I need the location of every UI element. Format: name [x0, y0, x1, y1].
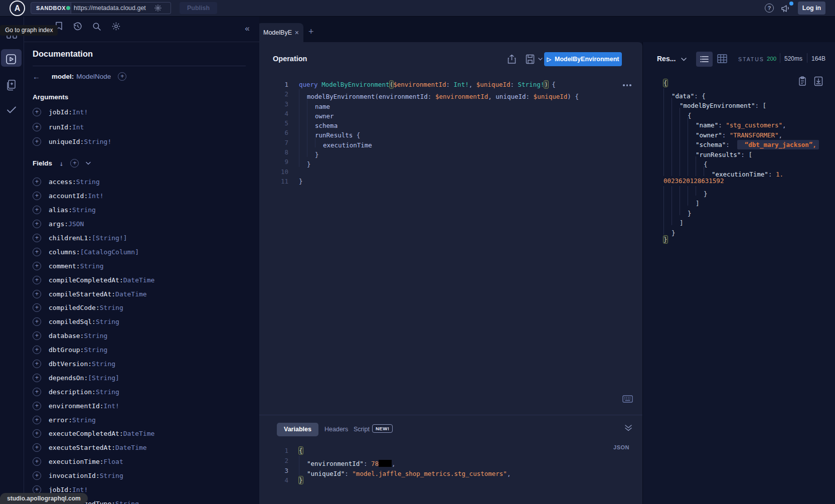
field-row[interactable]: +error: String [33, 413, 154, 427]
field-row[interactable]: +compiledCode: String [33, 301, 154, 315]
field-type[interactable]: String [84, 332, 107, 340]
login-button[interactable]: Log in [798, 2, 825, 15]
field-type[interactable]: String [115, 500, 139, 504]
field-type[interactable]: JSON [68, 220, 84, 228]
operation-code-editor[interactable]: 1query ModelByEnvironment($environmentId… [259, 80, 642, 186]
field-row[interactable]: +args: JSON [33, 217, 154, 231]
tab-variables[interactable]: Variables [277, 423, 318, 436]
add-field-icon[interactable]: + [33, 262, 41, 270]
add-field-icon[interactable]: + [33, 331, 41, 340]
add-field-icon[interactable]: + [33, 360, 41, 368]
add-field-icon[interactable]: + [33, 137, 41, 146]
add-field-to-query-button[interactable]: + [118, 72, 126, 81]
field-type[interactable]: String [96, 388, 119, 396]
search-icon[interactable] [92, 22, 101, 31]
add-field-icon[interactable]: + [33, 471, 41, 480]
field-type[interactable]: [String!] [92, 234, 127, 242]
run-operation-button[interactable]: ▷ModelByEnvironment [544, 52, 622, 66]
share-icon[interactable] [508, 54, 516, 64]
add-field-icon[interactable]: + [33, 108, 41, 116]
field-type[interactable]: DateTime [123, 430, 155, 437]
field-type[interactable]: Int! [72, 108, 88, 116]
collapse-doc-panel-button[interactable]: « [235, 17, 259, 42]
field-type[interactable]: [CatalogColumn] [80, 248, 139, 256]
endpoint-url-field[interactable]: https://metadata.cloud.get [62, 2, 171, 14]
settings-gear-icon[interactable] [111, 22, 121, 31]
checks-icon[interactable] [7, 106, 17, 114]
add-field-icon[interactable]: + [33, 388, 41, 396]
add-field-icon[interactable]: + [33, 234, 41, 242]
variables-editor[interactable]: 1{2"environmentId": 78,3"uniqueId": "mod… [259, 446, 642, 485]
field-row[interactable]: +dependsOn: [String] [33, 371, 154, 385]
field-type[interactable]: String [80, 262, 104, 270]
field-type[interactable]: String [100, 304, 123, 311]
add-field-icon[interactable]: + [33, 248, 41, 256]
field-row[interactable]: +executeStartedAt: DateTime [33, 441, 154, 455]
response-title[interactable]: Res... [657, 55, 676, 63]
add-all-fields-button[interactable]: + [70, 159, 79, 167]
field-type[interactable]: String [72, 206, 96, 214]
field-row[interactable]: +comment: String [33, 259, 154, 273]
add-field-icon[interactable]: + [33, 402, 41, 410]
field-row[interactable]: +childrenL1: [String!] [33, 231, 154, 245]
add-field-icon[interactable]: + [33, 303, 41, 312]
field-row[interactable]: +access: String [33, 175, 154, 189]
field-type[interactable]: Int! [72, 486, 88, 493]
field-row[interactable]: +invocationId: String [33, 469, 154, 483]
field-type[interactable]: DateTime [115, 290, 147, 298]
add-field-icon[interactable]: + [33, 416, 41, 424]
add-field-icon[interactable]: + [33, 374, 41, 382]
tab-modelbyenvironment[interactable]: ModelByEnvi... × [257, 23, 303, 42]
argument-row[interactable]: +runId: Int [33, 120, 111, 135]
tab-script[interactable]: Script [354, 426, 370, 433]
field-row[interactable]: +dbtGroup: String [33, 343, 154, 357]
field-row[interactable]: +database: String [33, 329, 154, 343]
add-field-icon[interactable]: + [33, 192, 41, 200]
field-row[interactable]: +compileCompletedAt: DateTime [33, 273, 154, 287]
field-type[interactable]: String [84, 346, 107, 354]
add-field-icon[interactable]: + [33, 123, 41, 131]
field-type[interactable]: String! [84, 138, 111, 145]
add-field-icon[interactable]: + [33, 429, 41, 438]
field-row[interactable]: +environmentId: Int! [33, 399, 154, 413]
field-row[interactable]: +description: String [33, 385, 154, 399]
view-json-toggle[interactable] [696, 52, 713, 67]
endpoint-settings-gear-icon[interactable] [154, 4, 162, 12]
close-tab-icon[interactable]: × [295, 29, 299, 37]
field-row[interactable]: +executeCompletedAt: DateTime [33, 427, 154, 441]
field-row[interactable]: +compileStartedAt: DateTime [33, 287, 154, 301]
publish-button[interactable]: Publish [180, 2, 217, 14]
add-field-icon[interactable]: + [33, 457, 41, 466]
save-icon[interactable] [526, 54, 535, 64]
field-row[interactable]: +accountId: Int! [33, 189, 154, 203]
field-type[interactable]: Float [104, 458, 123, 465]
field-type[interactable]: String [96, 318, 119, 325]
save-dropdown-chevron-icon[interactable] [538, 58, 543, 61]
field-row[interactable]: +executionTime: Float [33, 455, 154, 469]
keyboard-shortcuts-icon[interactable] [622, 395, 633, 403]
chevron-down-icon[interactable] [86, 161, 91, 165]
operation-collections-icon[interactable] [6, 79, 17, 91]
tab-headers[interactable]: Headers [324, 426, 348, 433]
field-type[interactable]: String [76, 178, 100, 186]
help-icon[interactable]: ? [765, 4, 774, 13]
field-type[interactable]: String [100, 472, 123, 479]
field-type[interactable]: Int! [104, 402, 119, 410]
collapse-variables-icon[interactable] [624, 424, 632, 432]
back-arrow-icon[interactable]: ← [33, 72, 52, 81]
field-type[interactable]: Int! [88, 192, 103, 200]
add-field-icon[interactable]: + [33, 443, 41, 452]
field-type[interactable]: DateTime [115, 444, 147, 451]
field-type[interactable]: String [92, 360, 115, 368]
history-icon[interactable] [73, 22, 82, 31]
add-field-icon[interactable]: + [33, 178, 41, 186]
field-type[interactable]: Int [72, 123, 84, 131]
response-dropdown-chevron-icon[interactable] [681, 58, 687, 61]
field-type[interactable]: String [72, 416, 96, 424]
field-row[interactable]: +alias: String [33, 203, 154, 217]
field-type[interactable]: DateTime [123, 276, 155, 284]
breadcrumb-type-name[interactable]: ModelNode [76, 73, 111, 80]
field-row[interactable]: +compiledSql: String [33, 315, 154, 329]
apollo-logo-icon[interactable]: A [10, 1, 25, 16]
argument-row[interactable]: +jobId: Int! [33, 105, 111, 120]
